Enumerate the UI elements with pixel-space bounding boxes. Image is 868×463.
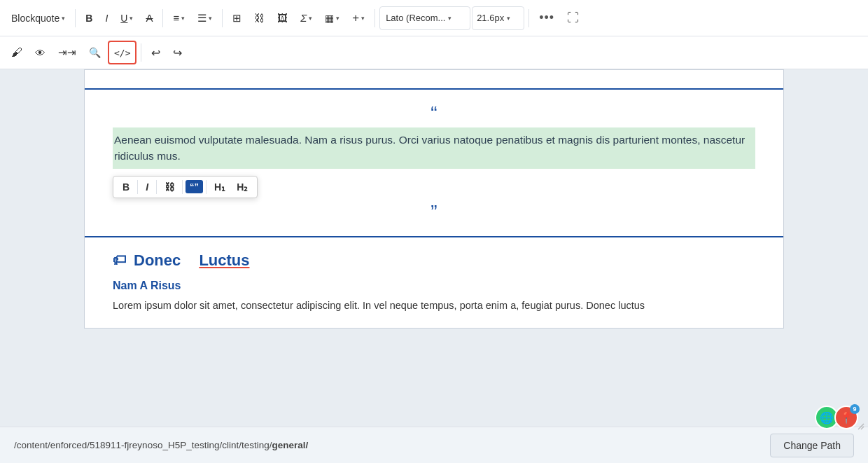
toolbar: Blockquote ▾ B I U ▾ A ≡ ▾ ☰ ▾ ⊞: [0, 0, 868, 69]
font-name-label: Lato (Recom...: [386, 13, 445, 23]
inline-sep-1: [137, 180, 138, 194]
format-paint-icon: 🖌: [11, 46, 22, 59]
svg-line-1: [861, 427, 864, 429]
list-dropdown[interactable]: ☰ ▾: [192, 6, 218, 30]
inline-link-icon: ⛓: [164, 181, 174, 193]
plus-icon: +: [352, 11, 359, 25]
eye-icon: 👁: [35, 47, 46, 59]
table-dropdown[interactable]: ▦ ▾: [319, 6, 345, 30]
align-dropdown[interactable]: ≡ ▾: [167, 6, 190, 30]
separator-3: [222, 9, 223, 27]
separator-r2-1: [141, 43, 141, 62]
chevron-list-icon: ▾: [209, 15, 212, 22]
footer-path-bold: general/: [272, 440, 308, 450]
page-card: “ Aenean euismod vulputate malesuada. Na…: [84, 69, 784, 329]
blockquote-section[interactable]: “ Aenean euismod vulputate malesuada. Na…: [85, 90, 783, 237]
inline-blockquote-button[interactable]: “”: [186, 180, 203, 193]
toolbar-row1: Blockquote ▾ B I U ▾ A ≡ ▾ ☰ ▾ ⊞: [0, 0, 868, 36]
search-replace-button[interactable]: 🔍: [83, 41, 106, 64]
resize-handle[interactable]: [857, 421, 867, 431]
inline-toolbar: B I ⛓ “” H₁: [113, 176, 258, 198]
undo-button[interactable]: ↩: [146, 41, 166, 64]
inline-h2-button[interactable]: H₂: [232, 179, 253, 195]
format-paint-button[interactable]: 🖌: [6, 41, 28, 64]
chevron-underline-icon: ▾: [130, 15, 133, 22]
inline-bold-button[interactable]: B: [118, 179, 134, 195]
page-card-top: [85, 70, 783, 90]
plus-dropdown[interactable]: + ▾: [346, 6, 370, 30]
image-icon: 🖼: [277, 12, 288, 24]
inline-h1-button[interactable]: H₁: [209, 179, 230, 195]
link-button[interactable]: ⛓: [248, 6, 270, 30]
fullscreen-button[interactable]: ⛶: [561, 6, 584, 30]
font-family-dropdown[interactable]: Lato (Recom... ▾: [379, 6, 470, 30]
table-icon: ▦: [325, 13, 334, 24]
underline-dropdown[interactable]: U ▾: [115, 6, 139, 30]
blockquote-text[interactable]: Aenean euismod vulputate malesuada. Nam …: [113, 127, 755, 169]
footer-path: /content/enforced/518911-fjreynoso_H5P_t…: [14, 440, 759, 450]
list-icon: ☰: [197, 12, 206, 25]
separator-5: [528, 9, 529, 27]
subsection-title: Nam A Risus: [113, 279, 755, 292]
blockquote-label: Blockquote: [11, 13, 59, 24]
tag-icon: 🏷: [113, 252, 127, 268]
change-path-button[interactable]: Change Path: [770, 434, 854, 457]
chevron-table-icon: ▾: [336, 15, 340, 22]
image-button[interactable]: 🖼: [272, 6, 293, 30]
fullscreen-icon: ⛶: [567, 11, 579, 25]
floating-avatars: 🌐 📍 9: [815, 406, 858, 429]
chevron-sigma-icon: ▾: [309, 15, 312, 22]
italic-button[interactable]: I: [99, 6, 113, 30]
footer: /content/enforced/518911-fjreynoso_H5P_t…: [0, 427, 868, 463]
editor-area: “ Aenean euismod vulputate malesuada. Na…: [0, 69, 868, 427]
strikethrough-icon: A: [146, 12, 153, 24]
inline-link-button[interactable]: ⛓: [160, 179, 179, 195]
indent-button[interactable]: ⇥⇥: [52, 41, 82, 64]
sigma-dropdown[interactable]: Σ ▾: [295, 6, 318, 30]
inline-sep-3: [182, 180, 183, 194]
font-size-label: 21.6px: [477, 13, 504, 23]
more-options-button[interactable]: •••: [533, 6, 560, 30]
visibility-button[interactable]: 👁: [29, 41, 51, 64]
blockquote-dropdown[interactable]: Blockquote ▾: [6, 6, 71, 30]
section-title-underline: Luctus: [199, 251, 249, 270]
body-text: Lorem ipsum dolor sit amet, consectetur …: [113, 298, 755, 314]
redo-icon: ↪: [173, 46, 182, 60]
undo-icon: ↩: [151, 46, 160, 60]
strikethrough-button[interactable]: A: [140, 6, 158, 30]
footer-path-prefix: /content/enforced/518911-fjreynoso_H5P_t…: [14, 440, 272, 450]
sigma-icon: Σ: [300, 12, 307, 24]
indent-icon: ⇥⇥: [58, 46, 76, 59]
separator-4: [374, 9, 375, 27]
quote-open-symbol: “: [113, 104, 755, 123]
quote-close-symbol: ”: [113, 202, 755, 222]
svg-line-0: [858, 424, 864, 429]
avatar-badge: 9: [850, 404, 860, 414]
main-content: “ Aenean euismod vulputate malesuada. Na…: [0, 69, 868, 427]
separator-2: [162, 9, 163, 27]
next-section: 🏷 Donec Luctus Nam A Risus Lorem ipsum d…: [85, 237, 783, 328]
redo-button[interactable]: ↪: [167, 41, 188, 64]
align-icon: ≡: [173, 12, 179, 24]
link-icon: ⛓: [254, 12, 265, 24]
table2-button[interactable]: ⊞: [227, 6, 247, 30]
section-title: 🏷 Donec Luctus: [113, 251, 755, 270]
avatar-green-icon: 🌐: [820, 411, 834, 424]
table2-icon: ⊞: [232, 12, 241, 25]
avatar-red[interactable]: 📍 9: [834, 406, 858, 429]
chevron-plus-icon: ▾: [361, 15, 365, 22]
toolbar-row2: 🖌 👁 ⇥⇥ 🔍 </> ↩ ↪: [0, 36, 868, 69]
code-icon: </>: [114, 48, 130, 58]
inline-sep-4: [206, 180, 206, 194]
more-icon: •••: [539, 11, 554, 25]
inline-sep-2: [156, 180, 157, 194]
font-size-dropdown[interactable]: 21.6px ▾: [472, 6, 524, 30]
chevron-font-icon: ▾: [448, 15, 451, 22]
separator-1: [75, 9, 76, 27]
bold-button[interactable]: B: [80, 6, 98, 30]
chevron-size-icon: ▾: [507, 15, 510, 22]
chevron-align-icon: ▾: [181, 15, 185, 22]
chevron-down-icon: ▾: [62, 15, 65, 22]
inline-italic-button[interactable]: I: [141, 179, 153, 195]
code-button[interactable]: </>: [108, 41, 136, 64]
